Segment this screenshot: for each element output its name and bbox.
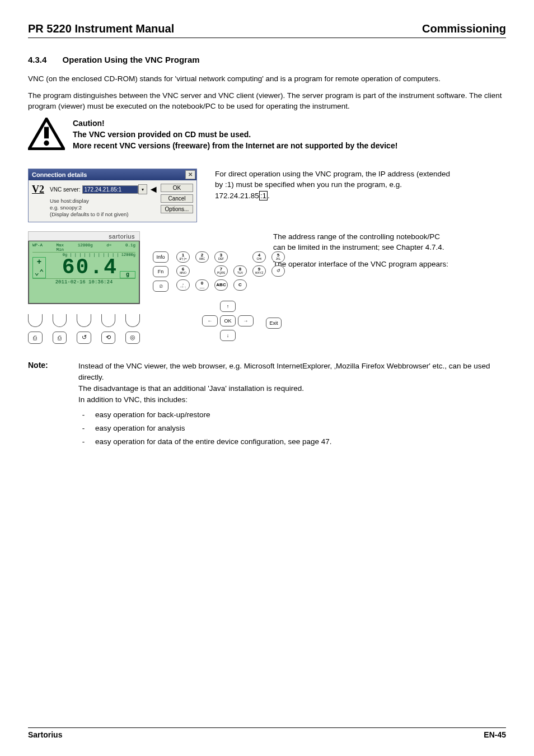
softkey-3[interactable]	[77, 314, 91, 327]
key-0[interactable]: 0___	[195, 279, 209, 291]
nav-left[interactable]: ←	[202, 315, 218, 326]
caution-line1: The VNC version provided on CD must be u…	[73, 129, 397, 140]
dialog-hint2: e.g. snoopy:2	[50, 204, 158, 211]
nav-up[interactable]: ↑	[220, 301, 236, 312]
zero-icon-button[interactable]: ⟲	[101, 332, 116, 344]
softkey-1[interactable]	[28, 314, 43, 327]
dialog-cancel-button[interactable]: Cancel	[161, 194, 193, 203]
key-1[interactable]: 1&*( )=	[176, 251, 190, 263]
key-2[interactable]: 2ABC	[195, 251, 209, 263]
key-abc[interactable]: ABC	[214, 279, 228, 291]
tare-icon-button[interactable]: ↺	[77, 332, 91, 344]
power-icon-button[interactable]: ◎	[125, 332, 140, 344]
key-4[interactable]: 4GHI	[252, 251, 266, 263]
softkey-2[interactable]	[53, 314, 67, 327]
paragraph-2: The program distinguishes between the VN…	[28, 90, 506, 112]
nav-down[interactable]: ↓	[220, 330, 236, 341]
warning-icon	[28, 118, 67, 152]
dialog-options-button[interactable]: Options...	[161, 205, 193, 213]
dialog-ok-button[interactable]: OK	[161, 184, 193, 192]
key-9[interactable]: 9WXYZ	[252, 265, 266, 277]
lang-button[interactable]: ⎚	[153, 281, 168, 292]
device-brand-label: sartorius	[28, 231, 140, 241]
nav-right[interactable]: →	[238, 315, 254, 326]
vnc-server-label: VNC server:	[50, 186, 80, 193]
device-lcd: WP-A MaxMin 12000g d= 0.1g 0g | | | | | …	[28, 241, 140, 304]
arrow-annotation-icon: ◄	[148, 184, 158, 195]
fn-button[interactable]: Fn	[153, 266, 168, 277]
info-button[interactable]: Info	[153, 251, 168, 263]
dialog-side-text: For direct operation using the VNC progr…	[215, 169, 450, 202]
note-item-1: easy operation for back-up/restore	[95, 409, 210, 421]
key-dot[interactable]: .- / : ;	[176, 279, 190, 291]
plus-icon: +	[37, 258, 41, 267]
copy-icon-button[interactable]: ⎙	[53, 332, 67, 344]
device-side-text: The address range of the controlling not…	[273, 231, 452, 276]
caution-title: Caution!	[73, 118, 397, 129]
caution-block: Caution! The VNC version provided on CD …	[28, 118, 506, 152]
wave-icon: ⌄⌃	[35, 268, 44, 277]
note-item-3: easy operation for data of the entire de…	[95, 436, 332, 447]
vnc-connection-dialog: Connection details ✕ V2 VNC server: 172.…	[28, 169, 197, 222]
section-number: 4.3.4	[28, 55, 46, 64]
vnc-server-input[interactable]: 172.24.21.85:1	[82, 185, 138, 194]
key-stop[interactable]: ↺	[271, 265, 285, 277]
key-3[interactable]: 3DEF	[214, 251, 228, 263]
header-left: PR 5220 Instrument Manual	[28, 22, 174, 35]
key-c[interactable]: C	[233, 279, 247, 291]
lock-icon-button[interactable]: ⎙	[28, 332, 43, 344]
paragraph-1: VNC (on the enclosed CD-ROM) stands for …	[28, 73, 506, 85]
note-label: Note:	[28, 361, 78, 370]
svg-rect-1	[44, 127, 49, 138]
nav-ok[interactable]: OK	[220, 315, 236, 326]
softkey-5[interactable]	[125, 314, 140, 327]
key-5[interactable]: 5JKL	[271, 251, 285, 263]
dialog-close-button[interactable]: ✕	[185, 170, 195, 179]
dialog-hint3: (Display defaults to 0 if not given)	[50, 211, 158, 218]
vnc-logo-icon: V2	[32, 184, 48, 218]
header-right: Commissioning	[422, 22, 506, 35]
section-heading: 4.3.4 Operation Using the VNC Program	[28, 55, 506, 64]
exit-button[interactable]: Exit	[266, 318, 282, 329]
svg-point-2	[44, 141, 49, 146]
note-body: Instead of the VNC viewer, the web brows…	[78, 361, 506, 450]
page-header: PR 5220 Instrument Manual Commissioning	[28, 22, 506, 38]
note-item-2: easy operation for analysis	[95, 423, 185, 434]
key-6[interactable]: 6MNO	[176, 265, 190, 277]
softkey-4[interactable]	[101, 314, 116, 327]
dialog-hint1: Use host:display	[50, 198, 158, 204]
key-7[interactable]: 7PQRS	[214, 265, 228, 277]
key-8[interactable]: 8TUV	[233, 265, 247, 277]
device-interface-figure: sartorius WP-A MaxMin 12000g d= 0.1g 0g …	[28, 231, 263, 344]
footer-right: EN-45	[484, 730, 506, 739]
footer-left: Sartorius	[28, 730, 62, 739]
vnc-server-dropdown[interactable]: ▾	[138, 184, 147, 194]
ip-suffix-highlight: :1	[259, 191, 268, 200]
page-footer: Sartorius EN-45	[28, 727, 506, 739]
section-title: Operation Using the VNC Program	[63, 55, 200, 64]
dialog-title: Connection details	[32, 171, 87, 178]
caution-line2: More recent VNC versions (freeware) from…	[73, 140, 397, 151]
